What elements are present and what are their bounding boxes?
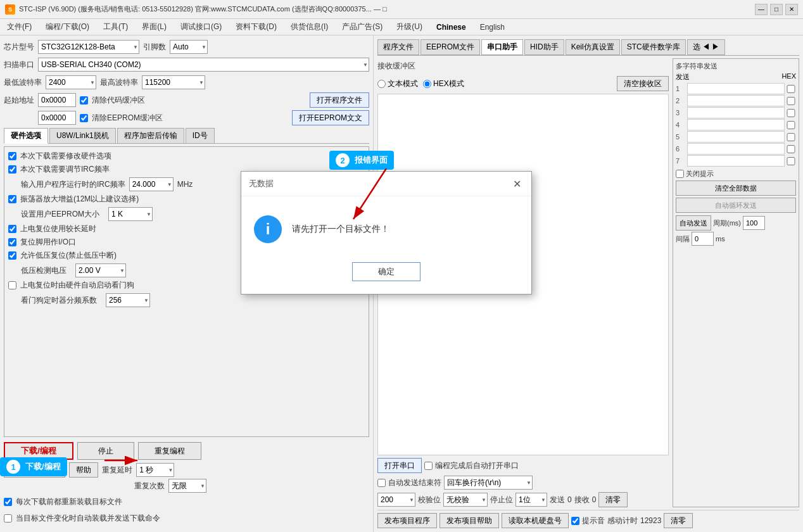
- download-badge-label: 下载/编程: [25, 461, 61, 472]
- dialog-close-button[interactable]: ✕: [510, 177, 524, 191]
- svg-line-3: [353, 168, 386, 219]
- download-badge-circle: 1: [6, 460, 20, 474]
- dialog-title: 无数据: [249, 178, 274, 189]
- error-badge-circle: 2: [336, 153, 350, 167]
- download-arrow-icon: [104, 451, 142, 470]
- error-badge-label: 报错界面: [355, 155, 388, 166]
- error-annotation-badge: 2 报错界面: [329, 151, 394, 170]
- dialog-info-icon: i: [254, 215, 282, 243]
- dialog-footer: 确定: [241, 256, 531, 294]
- download-annotation-badge: 1 下载/编程: [0, 457, 67, 476]
- error-arrow-icon: [348, 168, 399, 232]
- dialog-ok-button[interactable]: 确定: [352, 262, 420, 281]
